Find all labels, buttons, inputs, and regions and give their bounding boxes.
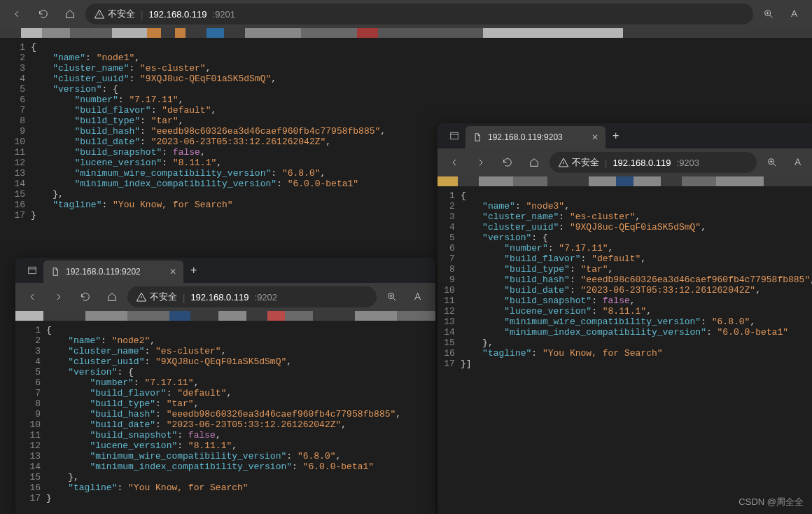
bookmark-color-bar (15, 311, 435, 321)
tab-title: 192.168.0.119:9203 (488, 132, 563, 142)
url-port: :9203 (677, 158, 700, 168)
browser-tab[interactable]: 192.168.0.119:9202✕ (43, 261, 183, 283)
zoom-button[interactable] (381, 286, 403, 308)
zoom-button[interactable] (761, 151, 783, 174)
url-host: 192.168.0.119 (190, 292, 248, 303)
refresh-button-icon (80, 291, 91, 303)
home-button[interactable] (523, 151, 545, 174)
browser-toolbar: 不安全|192.168.0.119:9201 (0, 0, 812, 28)
read-aloud-button[interactable] (407, 286, 430, 308)
forward-button[interactable] (470, 151, 492, 174)
home-button[interactable] (59, 3, 81, 25)
back-button-icon (27, 291, 38, 303)
back-button[interactable] (6, 3, 28, 25)
file-icon (472, 132, 482, 142)
forward-button-icon (53, 291, 64, 303)
new-tab-button[interactable]: + (612, 130, 619, 142)
home-button[interactable] (101, 286, 123, 308)
refresh-button[interactable] (496, 151, 519, 174)
browser-tab[interactable]: 192.168.0.119:9203✕ (465, 126, 606, 148)
new-tab-button[interactable]: + (190, 264, 197, 277)
file-icon (50, 266, 60, 277)
json-code[interactable]: { "name": "node1", "cluster_name": "es-c… (31, 38, 386, 238)
back-button[interactable] (21, 286, 43, 308)
zoom-icon (763, 8, 774, 20)
read-aloud-button[interactable] (788, 151, 810, 174)
not-secure-badge[interactable]: 不安全 (136, 291, 177, 303)
file-icon (50, 267, 60, 277)
tab-overview-icon (27, 265, 38, 276)
browser-toolbar: 不安全|192.168.0.119:9202 (15, 283, 435, 311)
separator: | (605, 158, 607, 168)
refresh-button-icon (502, 157, 513, 168)
json-code[interactable]: { "name": "node2", "cluster_name": "es-c… (46, 321, 401, 514)
url-port: :9202 (255, 292, 278, 303)
line-gutter: 1234567891011121314151617 (15, 321, 46, 514)
tab-overview-icon (449, 130, 460, 141)
refresh-button[interactable] (32, 3, 55, 25)
warning-icon (94, 8, 105, 20)
home-button-icon (106, 291, 118, 303)
not-secure-badge[interactable]: 不安全 (558, 156, 599, 169)
forward-button-icon (475, 157, 486, 168)
read-aloud-icon (793, 157, 804, 168)
url-port: :9201 (213, 9, 236, 20)
separator: | (183, 292, 185, 303)
back-button-icon (449, 157, 460, 168)
forward-button[interactable] (48, 286, 70, 308)
json-viewer: 1234567891011121314151617{ "name": "node… (438, 186, 812, 514)
zoom-icon (766, 157, 778, 168)
url-host: 192.168.0.119 (612, 158, 671, 168)
address-bar[interactable]: 不安全|192.168.0.119:9203 (550, 152, 757, 173)
tab-title: 192.168.0.119:9202 (66, 267, 141, 277)
address-bar[interactable]: 不安全|192.168.0.119:9201 (85, 4, 753, 25)
browser-toolbar: 不安全|192.168.0.119:9203 (438, 148, 812, 176)
tab-bar: 192.168.0.119:9202✕+ (15, 258, 435, 283)
close-tab-button[interactable]: ✕ (169, 267, 176, 277)
refresh-button-icon (38, 8, 49, 20)
refresh-button[interactable] (74, 286, 97, 308)
browser-window-3: 192.168.0.119:9203✕+不安全|192.168.0.119:92… (438, 123, 812, 514)
bookmark-color-bar (0, 28, 812, 38)
file-icon (472, 132, 482, 143)
separator: | (141, 9, 143, 20)
watermark-text: CSDN @周全全 (738, 496, 804, 508)
read-aloud-button[interactable] (784, 3, 806, 25)
warning-icon (136, 291, 147, 303)
warning-icon (558, 157, 569, 168)
json-code[interactable]: { "name": "node3", "cluster_name": "es-c… (461, 186, 812, 514)
read-aloud-icon (790, 8, 801, 20)
tab-bar: 192.168.0.119:9203✕+ (438, 123, 812, 148)
back-button-icon (11, 8, 22, 20)
url-host: 192.168.0.119 (148, 9, 206, 20)
zoom-icon (386, 291, 398, 303)
line-gutter: 1234567891011121314151617 (438, 186, 461, 514)
address-bar[interactable]: 不安全|192.168.0.119:9202 (127, 286, 377, 307)
browser-window-2: 192.168.0.119:9202✕+不安全|192.168.0.119:92… (15, 258, 435, 514)
read-aloud-icon (413, 291, 424, 303)
home-button-icon (64, 8, 76, 20)
bookmark-color-bar (438, 176, 812, 186)
back-button[interactable] (443, 151, 465, 174)
close-tab-button[interactable]: ✕ (592, 132, 598, 142)
zoom-button[interactable] (757, 3, 780, 25)
home-button-icon (528, 157, 540, 168)
json-viewer: 1234567891011121314151617{ "name": "node… (15, 321, 435, 514)
not-secure-badge[interactable]: 不安全 (94, 8, 135, 20)
line-gutter: 1234567891011121314151617 (0, 38, 31, 238)
